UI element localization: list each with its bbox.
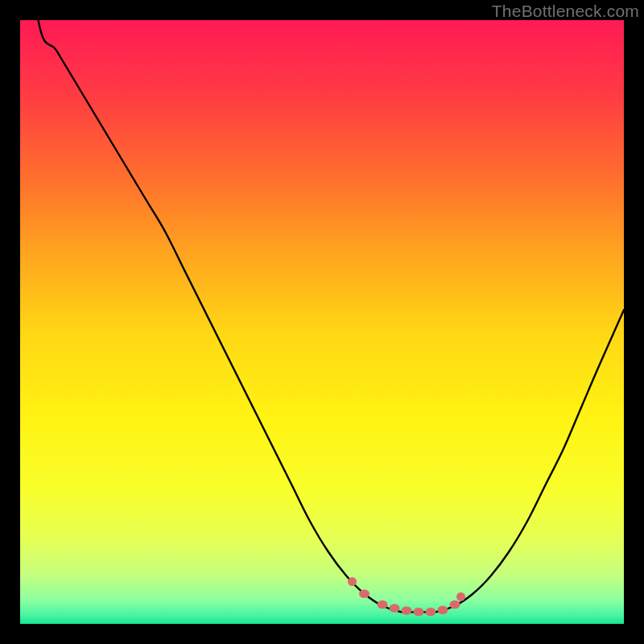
highlight-dot <box>414 608 424 616</box>
highlight-dot <box>438 606 448 614</box>
highlight-dot <box>359 589 369 597</box>
watermark-text: TheBottleneck.com <box>492 2 639 21</box>
highlight-dot <box>450 601 460 609</box>
chart-frame <box>20 20 624 624</box>
highlight-dot <box>402 606 412 614</box>
bottleneck-chart <box>20 20 624 624</box>
highlight-dot <box>390 604 400 612</box>
highlight-dot <box>426 608 436 616</box>
highlight-dot <box>456 592 465 601</box>
highlight-dot <box>378 601 388 609</box>
highlight-dot <box>348 577 357 586</box>
gradient-background <box>20 20 624 624</box>
